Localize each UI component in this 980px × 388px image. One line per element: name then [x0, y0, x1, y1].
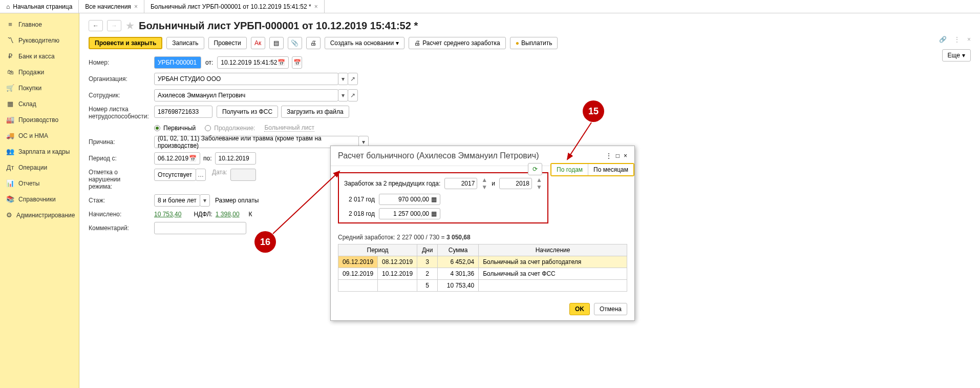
open-icon[interactable]: ↗ — [348, 73, 358, 85]
dropdown-icon[interactable]: ▾ — [338, 89, 348, 101]
sidebar-item-manager[interactable]: 〽Руководителю — [0, 32, 79, 48]
reason-label: Причина: — [89, 138, 154, 146]
close-icon[interactable]: × — [134, 3, 138, 10]
calc-icon[interactable]: ▦ — [431, 196, 437, 203]
spinner-up-icon[interactable]: ▲ — [536, 176, 542, 183]
close-panel-icon[interactable]: × — [967, 36, 971, 43]
forward-button[interactable]: → — [107, 20, 121, 31]
by-years-tab[interactable]: По годам — [551, 164, 588, 175]
tab-sick-leave[interactable]: Больничный лист УРБП-000001 от 10.12.201… — [144, 0, 325, 13]
tab-bar: ⌂Начальная страница Все начисления× Боль… — [0, 0, 980, 13]
save-button[interactable]: Записать — [166, 37, 204, 49]
sidebar-item-purchases[interactable]: 🛒Покупки — [0, 80, 79, 96]
spinner-down-icon[interactable]: ▼ — [481, 183, 487, 191]
load-from-file-button[interactable]: Загрузить из файла — [281, 106, 349, 118]
ok-button[interactable]: OK — [569, 303, 590, 315]
back-button[interactable]: ← — [89, 20, 103, 31]
people-icon: 👥 — [6, 148, 14, 155]
menu-icon: ≡ — [6, 21, 14, 28]
number-label: Номер: — [89, 59, 154, 66]
period-label: Период с: — [89, 155, 154, 162]
sidebar-item-main[interactable]: ≡Главное — [0, 16, 79, 32]
get-from-fss-button[interactable]: Получить из ФСС — [217, 106, 278, 118]
sidebar-item-assets[interactable]: 🚚ОС и НМА — [0, 128, 79, 144]
boxes-icon: ▦ — [6, 100, 14, 108]
sidebar-item-production[interactable]: 🏭Производство — [0, 112, 79, 128]
create-based-button[interactable]: Создать на основании ▾ — [325, 37, 405, 49]
reports-icon: 📊 — [6, 179, 14, 187]
sidebar-item-directories[interactable]: 📚Справочники — [0, 191, 79, 207]
year1-amount-input[interactable]: 970 000,00▦ — [379, 194, 440, 205]
refresh-button[interactable]: ⟳ — [528, 163, 542, 175]
sidebar-item-operations[interactable]: ДтОперации — [0, 159, 79, 175]
calendar-extra-icon[interactable]: 📅 — [292, 56, 302, 69]
home-icon: ⌂ — [6, 3, 10, 10]
year1-row-label: 2 017 год — [344, 196, 375, 203]
popup-close-icon[interactable]: × — [624, 152, 627, 159]
popup-more-icon[interactable]: ⋮ — [606, 152, 612, 159]
violation-input[interactable]: Отсутствует — [154, 169, 196, 181]
post-button[interactable]: Провести — [208, 37, 247, 49]
registry-icon[interactable]: ▤ — [269, 37, 284, 49]
dt-kt-icon[interactable]: Aк — [251, 37, 265, 49]
avg-calc-button[interactable]: 🖨 Расчет среднего заработка — [409, 37, 506, 49]
callout-15: 15 — [583, 100, 604, 122]
spinner-up-icon[interactable]: ▲ — [481, 176, 487, 183]
employee-input[interactable]: Ахилесов Эммануил Петрович — [154, 89, 338, 101]
more-icon[interactable]: ⋮ — [954, 36, 960, 43]
comment-input[interactable] — [154, 222, 246, 234]
more-button[interactable]: Еще ▾ — [942, 49, 971, 62]
spinner-down-icon[interactable]: ▼ — [536, 183, 542, 191]
tab-home[interactable]: ⌂Начальная страница — [0, 0, 79, 13]
open-icon[interactable]: ↗ — [348, 89, 358, 101]
period-from-input[interactable]: 06.12.2019📅 — [154, 152, 200, 165]
year1-input[interactable] — [444, 178, 477, 189]
sidebar-item-salary[interactable]: 👥Зарплата и кадры — [0, 144, 79, 159]
accrued-link[interactable]: 10 753,40 — [154, 211, 181, 218]
table-row[interactable]: 09.12.201910.12.2019 2 4 301,36 Больничн… — [338, 268, 627, 280]
sidebar-item-reports[interactable]: 📊Отчеты — [0, 175, 79, 191]
period-to-input[interactable]: 10.12.2019 — [215, 152, 256, 165]
by-months-tab[interactable]: По месяцам — [588, 164, 633, 175]
book-icon: 📚 — [6, 195, 14, 203]
factory-icon: 🏭 — [6, 116, 14, 124]
year2-input[interactable] — [499, 178, 532, 189]
th-sum: Сумма — [438, 244, 479, 256]
number-input[interactable]: УРБП-000001 — [154, 56, 201, 69]
table-row[interactable]: 06.12.201908.12.2019 3 6 452,04 Больничн… — [338, 256, 627, 268]
dropdown-icon[interactable]: ▾ — [338, 73, 348, 85]
calendar-icon: 📅 — [189, 155, 197, 162]
expand-icon[interactable]: … — [196, 169, 206, 181]
star-icon[interactable]: ★ — [125, 19, 135, 32]
sheet-number-input[interactable]: 187698721633 — [154, 106, 212, 118]
radio-primary[interactable]: Первичный — [154, 125, 196, 132]
year2-amount-input[interactable]: 1 257 000,00▦ — [379, 208, 440, 219]
reason-dropdown[interactable]: (01, 02, 10, 11) Заболевание или травма … — [154, 136, 359, 148]
view-toggle: По годам По месяцам — [550, 163, 634, 176]
cancel-button[interactable]: Отмена — [594, 303, 627, 315]
ndfl-link[interactable]: 1 398,00 — [216, 211, 240, 218]
radio-continuation[interactable]: Продолжение: — [205, 125, 255, 132]
sidebar-item-warehouse[interactable]: ▦Склад — [0, 96, 79, 112]
print-icon[interactable]: 🖨 — [306, 37, 321, 49]
calendar-icon[interactable]: 📅 — [278, 59, 285, 66]
popup-maximize-icon[interactable]: □ — [616, 152, 620, 159]
violation-date-input[interactable] — [230, 169, 256, 181]
dropdown-icon[interactable]: ▾ — [200, 194, 210, 207]
earnings-highlight-box: Заработок за 2 предыдущих года: ▲▼ и ▲▼ … — [338, 172, 548, 223]
accrued-label: Начислено: — [89, 211, 154, 218]
date-input[interactable]: 10.12.2019 15:41:52📅 — [217, 56, 289, 69]
org-input[interactable]: УРБАН СТУДИО ООО — [154, 73, 338, 85]
pay-button[interactable]: ● Выплатить — [510, 37, 558, 49]
calc-icon[interactable]: ▦ — [431, 210, 437, 217]
continuation-link[interactable]: Больничный лист — [264, 124, 314, 132]
sidebar-item-admin[interactable]: ⚙Администрирование — [0, 207, 79, 223]
attach-icon[interactable]: 📎 — [288, 37, 302, 49]
sidebar-item-bank[interactable]: ₽Банк и касса — [0, 48, 79, 64]
post-and-close-button[interactable]: Провести и закрыть — [89, 37, 162, 49]
tab-accruals[interactable]: Все начисления× — [79, 0, 144, 13]
close-icon[interactable]: × — [314, 3, 318, 10]
sidebar-item-sales[interactable]: 🛍Продажи — [0, 64, 79, 80]
experience-input[interactable]: 8 и более лет — [154, 194, 200, 207]
link-icon[interactable]: 🔗 — [939, 36, 947, 43]
